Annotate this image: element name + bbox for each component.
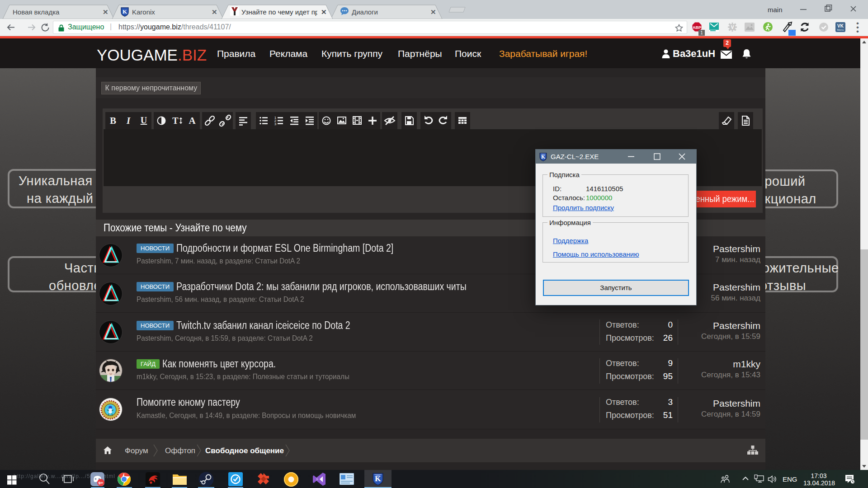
svg-text:K: K	[375, 474, 381, 483]
svg-text:I: I	[126, 115, 131, 126]
svg-text:T: T	[172, 116, 179, 126]
svg-text:9+: 9+	[99, 480, 104, 485]
svg-text:A: A	[189, 115, 196, 126]
svg-text:B: B	[110, 115, 116, 126]
svg-text:K: K	[123, 8, 127, 15]
svg-text:3: 3	[274, 122, 277, 126]
svg-text:V: V	[731, 25, 734, 30]
svg-text:ABP: ABP	[693, 25, 701, 30]
svg-text:Menu: Menu	[837, 28, 844, 31]
svg-text:U: U	[141, 115, 147, 125]
svg-text:VK: VK	[837, 23, 844, 28]
svg-text:K: K	[541, 154, 546, 160]
